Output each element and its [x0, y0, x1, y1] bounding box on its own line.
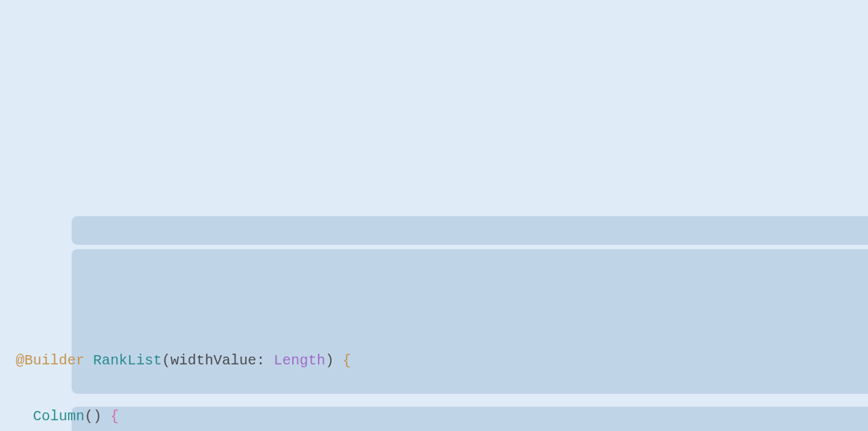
- code-editor[interactable]: @Builder RankList(widthValue: Length) { …: [16, 123, 868, 431]
- decorator: @Builder: [16, 352, 85, 369]
- code-line[interactable]: @Builder RankList(widthValue: Length) {: [16, 347, 868, 374]
- code-line[interactable]: Column() {: [16, 402, 868, 430]
- highlight-block: [72, 216, 868, 245]
- call-column: Column: [33, 408, 85, 425]
- function-name: RankList: [93, 352, 162, 369]
- type: Length: [274, 352, 325, 369]
- parameter: widthValue: [170, 352, 256, 369]
